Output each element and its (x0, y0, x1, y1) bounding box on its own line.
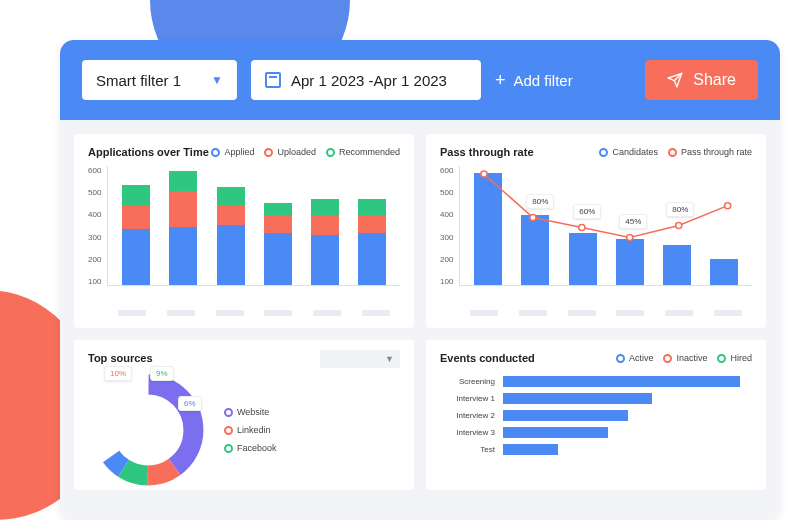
legend-dot-applied (211, 148, 220, 157)
events-chart: Screening Interview 1 Interview 2 Interv… (440, 372, 752, 455)
legend-dot-recommended (326, 148, 335, 157)
x-axis-ticks (108, 310, 400, 316)
add-filter-label: Add filter (514, 72, 573, 89)
rate-label: 45% (619, 214, 647, 229)
add-filter-button[interactable]: + Add filter (495, 70, 573, 91)
dashboard-frame: Smart filter 1 ▼ Apr 1 2023 -Apr 1 2023 … (60, 40, 780, 520)
passthrough-title: Pass through rate (440, 146, 534, 158)
y-axis: 600 500 400 300 200 100 (440, 166, 459, 286)
sources-donut: 10% 9% 6% (88, 370, 208, 490)
events-legend: Active Inactive Hired (616, 353, 752, 363)
donut-label: 10% (104, 366, 132, 381)
calendar-icon (265, 72, 281, 88)
rate-label: 80% (666, 202, 694, 217)
date-range-picker[interactable]: Apr 1 2023 -Apr 1 2023 (251, 60, 481, 100)
plus-icon: + (495, 70, 506, 91)
legend-dot-website (224, 408, 233, 417)
legend-dot-rate (668, 148, 677, 157)
legend-dot-facebook (224, 444, 233, 453)
rate-label: 80% (526, 194, 554, 209)
share-label: Share (693, 71, 736, 89)
legend-dot-inactive (663, 354, 672, 363)
passthrough-chart: 600 500 400 300 200 100 (440, 166, 752, 306)
smart-filter-label: Smart filter 1 (96, 72, 181, 89)
legend-dot-hired (717, 354, 726, 363)
passthrough-legend: Candidates Pass through rate (599, 147, 752, 157)
x-axis-ticks (460, 310, 752, 316)
smart-filter-select[interactable]: Smart filter 1 ▼ (82, 60, 237, 100)
y-axis: 600 500 400 300 200 100 (88, 166, 107, 286)
events-title: Events conducted (440, 352, 535, 364)
rate-label: 60% (573, 204, 601, 219)
sources-legend: Website Linkedin Facebook (224, 407, 277, 453)
chevron-down-icon: ▼ (385, 354, 394, 364)
applications-legend: Applied Uploaded Recommended (211, 147, 400, 157)
legend-dot-active (616, 354, 625, 363)
toolbar: Smart filter 1 ▼ Apr 1 2023 -Apr 1 2023 … (60, 40, 780, 120)
legend-dot-linkedin (224, 426, 233, 435)
events-card: Events conducted Active Inactive Hired S… (426, 340, 766, 490)
applications-card: Applications over Time Applied Uploaded … (74, 134, 414, 328)
sources-filter-select[interactable]: ▼ (320, 350, 400, 368)
sources-card: Top sources ▼ 10% 9% 6% Website Link (74, 340, 414, 490)
paper-plane-icon (667, 72, 683, 88)
applications-chart: 600 500 400 300 200 100 (88, 166, 400, 306)
donut-label: 9% (150, 366, 174, 381)
applications-title: Applications over Time (88, 146, 209, 158)
donut-label: 6% (178, 396, 202, 411)
share-button[interactable]: Share (645, 60, 758, 100)
legend-dot-candidates (599, 148, 608, 157)
panels-grid: Applications over Time Applied Uploaded … (60, 120, 780, 504)
chevron-down-icon: ▼ (211, 73, 223, 87)
passthrough-card: Pass through rate Candidates Pass throug… (426, 134, 766, 328)
date-range-value: Apr 1 2023 -Apr 1 2023 (291, 72, 447, 89)
legend-dot-uploaded (264, 148, 273, 157)
